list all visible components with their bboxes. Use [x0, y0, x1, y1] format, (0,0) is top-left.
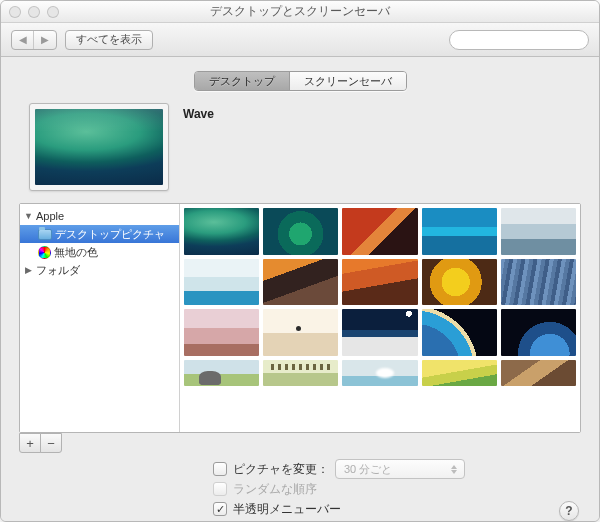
change-picture-checkbox[interactable]: [213, 462, 227, 476]
wallpaper-thumb[interactable]: [263, 360, 338, 386]
wallpaper-thumb[interactable]: [501, 208, 576, 255]
wallpaper-thumb[interactable]: [342, 360, 417, 386]
wallpaper-thumb[interactable]: [263, 208, 338, 255]
tab-desktop[interactable]: デスクトップ: [195, 72, 290, 90]
preferences-window: デスクトップとスクリーンセーバ ◀ ▶ すべてを表示 デスクトップ スクリーンセ…: [0, 0, 600, 522]
tab-control: デスクトップ スクリーンセーバ: [194, 71, 407, 91]
folder-icon: [38, 229, 52, 240]
wallpaper-thumb[interactable]: [184, 208, 259, 255]
wallpaper-thumb[interactable]: [501, 259, 576, 306]
wallpaper-thumb[interactable]: [184, 309, 259, 356]
source-folders[interactable]: ▶ フォルダ: [20, 261, 179, 279]
preview-image: [35, 109, 163, 185]
change-interval-value: 30 分ごと: [344, 462, 392, 477]
picker-split: ▼ Apple デスクトップピクチャ 無地の色 ▶ フォルダ: [19, 203, 581, 433]
wallpaper-thumb[interactable]: [184, 360, 259, 386]
titlebar: デスクトップとスクリーンセーバ: [1, 1, 599, 23]
add-folder-button[interactable]: +: [19, 433, 41, 453]
toolbar: ◀ ▶ すべてを表示: [1, 23, 599, 57]
wallpaper-thumb[interactable]: [422, 259, 497, 306]
preview-frame: [29, 103, 169, 191]
translucent-menubar-label: 半透明メニューバー: [233, 501, 341, 518]
change-interval-select[interactable]: 30 分ごと: [335, 459, 465, 479]
source-apple[interactable]: ▼ Apple: [20, 207, 179, 225]
search-field[interactable]: [449, 30, 589, 50]
disclosure-right-icon: ▶: [24, 265, 33, 275]
change-picture-label: ピクチャを変更：: [233, 461, 329, 478]
source-list[interactable]: ▼ Apple デスクトップピクチャ 無地の色 ▶ フォルダ: [20, 204, 180, 432]
add-remove-bar: + −: [19, 433, 581, 453]
source-desktop-pictures[interactable]: デスクトップピクチャ: [20, 225, 179, 243]
wallpaper-thumb[interactable]: [342, 309, 417, 356]
wallpaper-grid: [180, 204, 580, 390]
wallpaper-thumb[interactable]: [184, 259, 259, 306]
wallpaper-thumb[interactable]: [501, 309, 576, 356]
help-button[interactable]: ?: [559, 501, 579, 521]
wallpaper-thumb[interactable]: [342, 208, 417, 255]
options-area: ピクチャを変更： 30 分ごと ランダムな順序 ✓ 半透明メニューバー ?: [19, 453, 581, 522]
wallpaper-thumb[interactable]: [422, 309, 497, 356]
zoom-button[interactable]: [47, 6, 59, 18]
stepper-arrows-icon: [449, 460, 459, 478]
tab-screensaver[interactable]: スクリーンセーバ: [290, 72, 406, 90]
nav-segment: ◀ ▶: [11, 30, 57, 50]
wallpaper-thumb[interactable]: [422, 360, 497, 386]
wallpaper-thumb[interactable]: [422, 208, 497, 255]
wallpaper-thumb[interactable]: [501, 360, 576, 386]
wallpaper-grid-scroll[interactable]: [180, 204, 580, 432]
window-controls: [1, 6, 59, 18]
search-input[interactable]: [460, 34, 598, 46]
wallpaper-thumb[interactable]: [263, 309, 338, 356]
wallpaper-thumb[interactable]: [263, 259, 338, 306]
translucent-menubar-checkbox[interactable]: ✓: [213, 502, 227, 516]
remove-folder-button[interactable]: −: [40, 433, 62, 453]
disclosure-down-icon: ▼: [24, 211, 33, 221]
show-all-button[interactable]: すべてを表示: [65, 30, 153, 50]
back-button[interactable]: ◀: [12, 31, 34, 49]
random-order-label: ランダムな順序: [233, 481, 317, 498]
current-wallpaper-preview: Wave: [19, 103, 581, 191]
pane-body: デスクトップ スクリーンセーバ Wave ▼ Apple デスクトップピクチャ: [1, 57, 599, 522]
wallpaper-thumb[interactable]: [342, 259, 417, 306]
close-button[interactable]: [9, 6, 21, 18]
forward-button[interactable]: ▶: [34, 31, 56, 49]
selected-wallpaper-name: Wave: [183, 103, 214, 121]
window-title: デスクトップとスクリーンセーバ: [1, 3, 599, 20]
colorwheel-icon: [38, 246, 51, 259]
source-solid-colors[interactable]: 無地の色: [20, 243, 179, 261]
random-order-checkbox: [213, 482, 227, 496]
minimize-button[interactable]: [28, 6, 40, 18]
